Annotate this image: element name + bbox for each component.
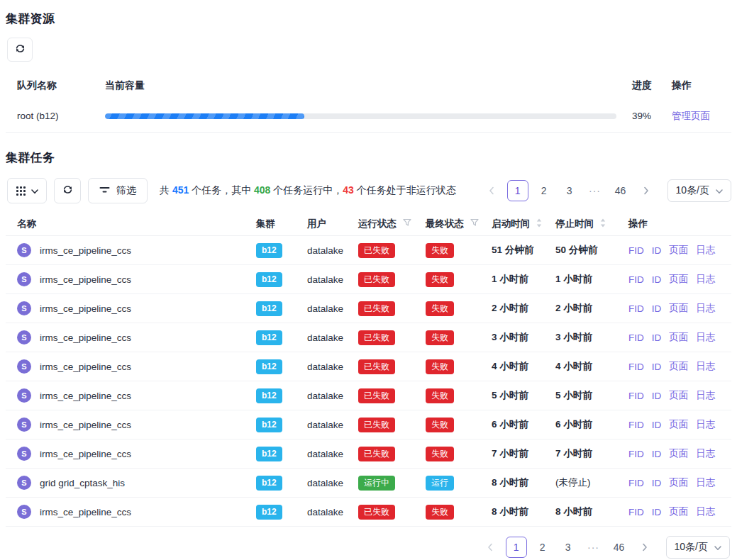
page-button-3[interactable]: 3 <box>560 181 580 201</box>
tasks-summary: 共 451 个任务，其中 408 个任务运行中，43 个任务处于非运行状态 <box>160 184 456 197</box>
log-link[interactable]: 日志 <box>696 505 715 518</box>
log-link[interactable]: 日志 <box>696 476 715 489</box>
log-link[interactable]: 日志 <box>696 331 715 344</box>
filter-funnel-icon[interactable] <box>470 218 479 229</box>
log-link[interactable]: 日志 <box>696 418 715 431</box>
id-link[interactable]: ID <box>652 420 662 430</box>
stop-time: 6 小时前 <box>555 418 592 431</box>
fid-link[interactable]: FID <box>628 420 644 430</box>
table-row: S irms_ce_pipeline_ccs b12 datalake 已失败 … <box>6 439 731 469</box>
id-link[interactable]: ID <box>652 303 662 314</box>
filter-funnel-icon[interactable] <box>403 218 411 229</box>
cluster-badge: b12 <box>256 243 282 258</box>
page-link[interactable]: 页面 <box>669 360 688 373</box>
run-status-badge: 已失败 <box>358 330 395 345</box>
tasks-title: 集群任务 <box>6 150 731 166</box>
page-link[interactable]: 页面 <box>669 244 688 257</box>
log-link[interactable]: 日志 <box>696 244 715 257</box>
run-status-badge: 已失败 <box>358 272 395 287</box>
filter-button[interactable]: 筛选 <box>88 178 148 203</box>
fid-link[interactable]: FID <box>628 245 644 256</box>
prev-page-button[interactable] <box>480 537 500 557</box>
log-link[interactable]: 日志 <box>696 389 715 402</box>
tasks-refresh-button[interactable] <box>54 178 81 203</box>
tasks-table-header: 名称 集群 用户 运行状态 最终状态 启动时间 <box>6 212 731 236</box>
page-ellipsis[interactable]: ··· <box>585 181 605 201</box>
log-link[interactable]: 日志 <box>696 360 715 373</box>
start-time: 51 分钟前 <box>492 244 533 257</box>
view-mode-dropdown[interactable] <box>7 178 47 203</box>
log-link[interactable]: 日志 <box>696 273 715 286</box>
page-button-1[interactable]: 1 <box>507 180 528 201</box>
page-link[interactable]: 页面 <box>669 302 688 315</box>
fid-link[interactable]: FID <box>628 449 644 459</box>
table-row: S irms_ce_pipeline_ccs b12 datalake 已失败 … <box>6 236 731 265</box>
resources-table-row: root (b12) 39% 管理页面 <box>6 100 731 133</box>
page-link[interactable]: 页面 <box>669 447 688 460</box>
id-link[interactable]: ID <box>652 449 662 459</box>
page-link[interactable]: 页面 <box>669 331 688 344</box>
page-button-46[interactable]: 46 <box>609 537 629 557</box>
manage-page-link[interactable]: 管理页面 <box>672 111 710 121</box>
final-status-badge: 失败 <box>426 243 454 258</box>
table-row: S grid grid_cptask_his b12 datalake 运行中 … <box>6 469 731 498</box>
log-link[interactable]: 日志 <box>696 302 715 315</box>
fid-link[interactable]: FID <box>628 303 644 314</box>
page-button-46[interactable]: 46 <box>611 181 631 201</box>
start-time: 2 小时前 <box>492 302 528 315</box>
fid-link[interactable]: FID <box>628 332 644 343</box>
id-link[interactable]: ID <box>652 507 662 517</box>
log-link[interactable]: 日志 <box>696 447 715 460</box>
prev-page-button[interactable] <box>482 181 502 201</box>
page-ellipsis[interactable]: ··· <box>584 537 604 557</box>
user-name: datalake <box>307 449 358 459</box>
final-status-badge: 失败 <box>426 388 454 403</box>
resources-refresh-button[interactable] <box>7 38 33 62</box>
page-size-select[interactable]: 10条/页 <box>666 536 730 559</box>
stop-time: (未停止) <box>555 476 591 489</box>
page-size-select[interactable]: 10条/页 <box>667 179 731 202</box>
page-button-3[interactable]: 3 <box>558 537 578 557</box>
next-page-button[interactable] <box>636 181 656 201</box>
avatar: S <box>17 301 31 315</box>
id-link[interactable]: ID <box>652 274 662 285</box>
task-name: grid grid_cptask_his <box>40 478 125 488</box>
fid-link[interactable]: FID <box>628 274 644 285</box>
run-status-badge: 已失败 <box>358 505 395 520</box>
id-link[interactable]: ID <box>652 391 662 401</box>
id-link[interactable]: ID <box>652 478 662 488</box>
start-time: 4 小时前 <box>492 360 528 373</box>
task-name: irms_ce_pipeline_ccs <box>40 507 131 517</box>
page-link[interactable]: 页面 <box>669 273 688 286</box>
stop-time: 1 小时前 <box>555 273 592 286</box>
page-link[interactable]: 页面 <box>669 476 688 489</box>
fid-link[interactable]: FID <box>628 478 644 488</box>
summary-text: 个任务处于非运行状态 <box>354 184 456 196</box>
sort-icon[interactable] <box>536 218 542 230</box>
fid-link[interactable]: FID <box>628 391 644 401</box>
fid-link[interactable]: FID <box>628 507 644 517</box>
user-name: datalake <box>307 245 358 256</box>
page-link[interactable]: 页面 <box>669 418 688 431</box>
cluster-badge: b12 <box>256 447 282 461</box>
fid-link[interactable]: FID <box>628 362 644 372</box>
page-button-1[interactable]: 1 <box>506 537 527 558</box>
user-name: datalake <box>307 478 358 488</box>
page-button-2[interactable]: 2 <box>533 537 553 557</box>
sort-icon[interactable] <box>600 218 606 230</box>
id-link[interactable]: ID <box>652 362 662 372</box>
id-link[interactable]: ID <box>652 245 662 256</box>
page-link[interactable]: 页面 <box>669 505 688 518</box>
id-link[interactable]: ID <box>652 332 662 343</box>
page-button-2[interactable]: 2 <box>534 181 554 201</box>
progress-value: 39% <box>632 111 663 121</box>
header-final-status: 最终状态 <box>426 218 464 230</box>
page-link[interactable]: 页面 <box>669 389 688 402</box>
next-page-button[interactable] <box>635 537 655 557</box>
refresh-icon <box>15 43 26 56</box>
run-status-badge: 已失败 <box>358 359 395 374</box>
task-name: irms_ce_pipeline_ccs <box>40 391 131 401</box>
start-time: 7 小时前 <box>492 447 528 460</box>
header-start-time: 启动时间 <box>492 218 530 230</box>
user-name: datalake <box>307 274 358 285</box>
